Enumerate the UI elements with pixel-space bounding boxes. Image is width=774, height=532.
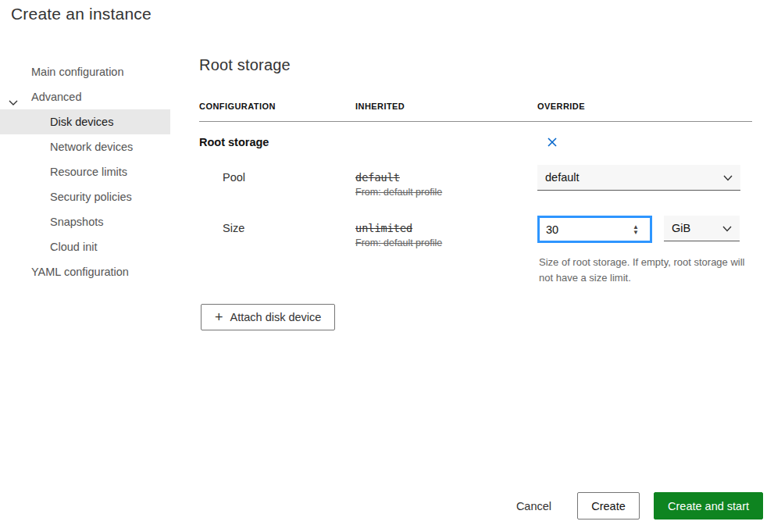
size-unit-select[interactable]: GiB <box>664 216 740 241</box>
root-storage-row-label: Root storage <box>199 136 355 148</box>
size-inherited-value: unlimited <box>355 216 537 234</box>
sidebar-item-yaml-configuration[interactable]: YAML configuration <box>0 259 170 284</box>
create-instance-page: Create an instance Main configuration Ad… <box>0 0 774 532</box>
sidebar-item-snapshots[interactable]: Snapshots <box>0 209 170 234</box>
sidebar-item-label: Cloud init <box>50 241 97 253</box>
create-button[interactable]: Create <box>577 492 640 520</box>
create-and-start-button[interactable]: Create and start <box>654 492 763 520</box>
size-unit-value: GiB <box>672 222 690 234</box>
sidebar-item-disk-devices[interactable]: Disk devices <box>0 109 170 134</box>
attach-disk-device-button[interactable]: + Attach disk device <box>201 304 335 330</box>
pool-row-label: Pool <box>199 165 355 184</box>
pool-override-cell: default <box>537 165 752 191</box>
chevron-down-icon <box>723 171 733 184</box>
size-input-focused: ▲ ▼ <box>537 216 652 243</box>
chevron-down-icon <box>8 91 19 102</box>
plus-icon: + <box>215 309 223 326</box>
sidebar-item-cloud-init[interactable]: Cloud init <box>0 234 170 259</box>
size-override-cell: ▲ ▼ GiB <box>537 216 752 243</box>
sidebar-item-advanced[interactable]: Advanced <box>0 84 170 109</box>
size-inherited-cell: unlimited From: default profile <box>355 216 537 248</box>
sidebar-item-label: Snapshots <box>50 216 104 228</box>
config-table-header: CONFIGURATION INHERITED OVERRIDE <box>199 102 752 122</box>
sidebar-item-label: Network devices <box>50 141 133 153</box>
column-header-inherited: INHERITED <box>355 102 537 111</box>
form-navigation-sidebar: Main configuration Advanced Disk devices… <box>0 59 170 284</box>
column-header-configuration: CONFIGURATION <box>199 102 355 111</box>
column-header-override: OVERRIDE <box>537 102 752 111</box>
form-footer: Cancel Create Create and start <box>508 492 763 520</box>
section-heading: Root storage <box>199 56 291 74</box>
sidebar-item-label: YAML configuration <box>31 266 129 278</box>
sidebar-item-label: Advanced <box>31 91 82 103</box>
clear-override-icon[interactable] <box>546 136 558 148</box>
sidebar-item-network-devices[interactable]: Network devices <box>0 134 170 159</box>
root-storage-row: Root storage <box>199 136 752 152</box>
sidebar-item-label: Resource limits <box>50 166 127 178</box>
size-inherited-source: From: default profile <box>355 237 537 248</box>
pool-row: Pool default From: default profile defau… <box>199 165 752 198</box>
size-help-text: Size of root storage. If empty, root sto… <box>539 255 751 286</box>
stepper-down-icon[interactable]: ▼ <box>633 230 639 235</box>
page-title: Create an instance <box>11 5 152 23</box>
chevron-down-icon <box>722 222 732 234</box>
pool-inherited-source: From: default profile <box>355 187 537 198</box>
size-row: Size unlimited From: default profile ▲ ▼… <box>199 216 752 248</box>
sidebar-item-security-policies[interactable]: Security policies <box>0 184 170 209</box>
pool-inherited-value: default <box>355 165 537 184</box>
size-row-label: Size <box>199 216 355 234</box>
sidebar-item-label: Main configuration <box>31 66 124 78</box>
cancel-button[interactable]: Cancel <box>508 494 559 519</box>
pool-select-value: default <box>545 171 580 184</box>
sidebar-item-label: Security policies <box>50 191 132 203</box>
sidebar-item-resource-limits[interactable]: Resource limits <box>0 159 170 184</box>
pool-select[interactable]: default <box>537 165 740 191</box>
sidebar-item-main-configuration[interactable]: Main configuration <box>0 59 170 84</box>
attach-disk-device-label: Attach disk device <box>230 311 322 323</box>
pool-inherited-cell: default From: default profile <box>355 165 537 198</box>
root-storage-override-cell <box>537 136 752 152</box>
sidebar-item-label: Disk devices <box>50 116 113 128</box>
size-input[interactable] <box>540 218 624 241</box>
number-stepper[interactable]: ▲ ▼ <box>624 224 647 235</box>
